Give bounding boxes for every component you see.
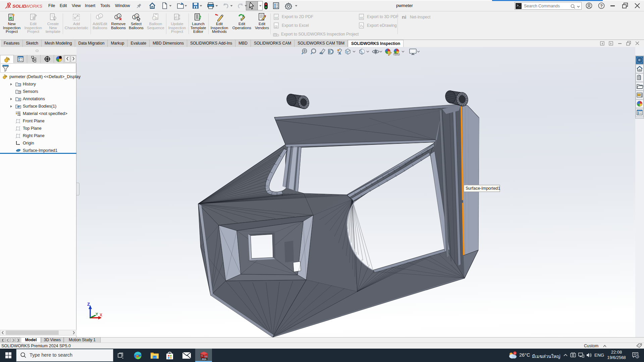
svg-text:2024: 2024 xyxy=(202,358,207,360)
svg-text:123: 123 xyxy=(153,17,158,20)
svg-text:1: 1 xyxy=(118,14,120,18)
svg-text:Y: Y xyxy=(96,312,98,316)
svg-text:Z: Z xyxy=(87,302,90,307)
svg-text:?: ? xyxy=(600,4,603,8)
svg-text:WORKS: WORKS xyxy=(25,4,42,9)
svg-text:PDF: PDF xyxy=(275,17,279,19)
svg-text:A: A xyxy=(338,51,341,55)
svg-text:S: S xyxy=(201,354,203,357)
svg-text:1: 1 xyxy=(100,14,102,18)
svg-text:Surface-Imported1: Surface-Imported1 xyxy=(466,186,500,191)
svg-text:PDF: PDF xyxy=(360,17,364,19)
svg-text:X: X xyxy=(100,313,102,317)
svg-text:1: 1 xyxy=(514,352,516,355)
svg-text:2: 2 xyxy=(637,355,638,358)
svg-text:SOLID: SOLID xyxy=(12,4,26,9)
svg-text:A: A xyxy=(18,98,20,101)
